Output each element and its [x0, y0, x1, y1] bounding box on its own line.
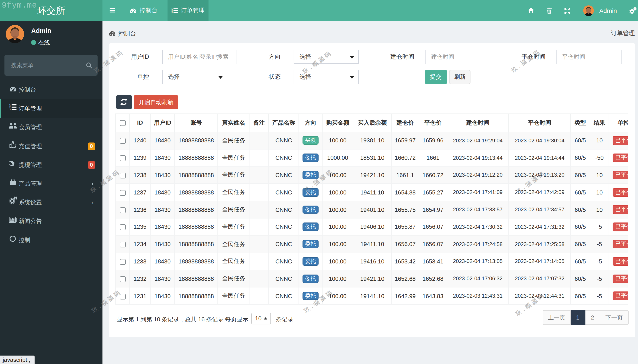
svg-text:3: 3 — [171, 12, 172, 13]
svg-text:3: 3 — [9, 108, 11, 110]
